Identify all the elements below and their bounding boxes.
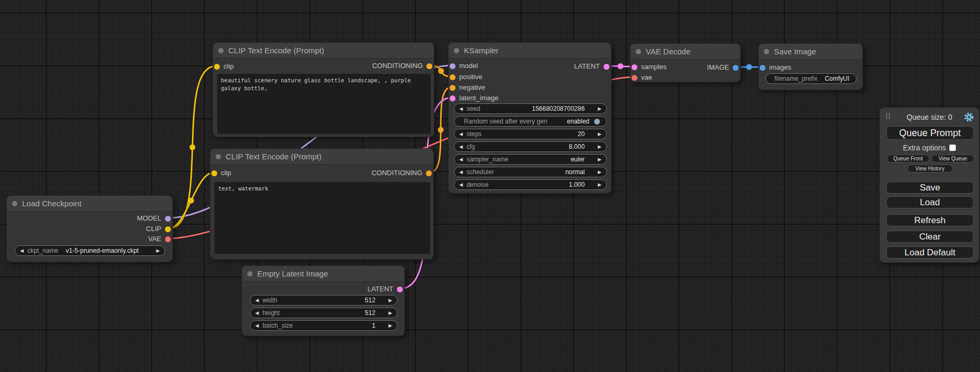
node-load-checkpoint[interactable]: Load Checkpoint MODEL CLIP VAE ◀ ckpt_na…	[6, 195, 173, 262]
output-port-image[interactable]: IMAGE	[707, 64, 739, 71]
input-port-negative[interactable]: negative	[450, 84, 485, 91]
latent-port-dot-icon[interactable]	[632, 64, 637, 70]
node-ksampler[interactable]: KSampler model positive negative latent_…	[448, 42, 612, 194]
collapse-dot-icon[interactable]	[216, 154, 221, 159]
clear-button[interactable]: Clear	[886, 231, 974, 243]
collapse-dot-icon[interactable]	[218, 48, 224, 53]
widget-ckpt-name[interactable]: ◀ ckpt_name v1-5-pruned-emaonly.ckpt ▶	[15, 245, 165, 256]
conditioning-port-dot-icon[interactable]	[450, 85, 455, 91]
output-port-latent[interactable]: LATENT	[367, 285, 403, 293]
save-button[interactable]: Save	[886, 182, 974, 194]
decrement-arrow-icon[interactable]: ◀	[459, 167, 463, 177]
collapse-dot-icon[interactable]	[12, 201, 17, 206]
view-history-button[interactable]: View History	[907, 165, 953, 173]
collapse-dot-icon[interactable]	[764, 49, 769, 54]
conditioning-port-dot-icon[interactable]	[450, 74, 455, 80]
vae-port-dot-icon[interactable]	[632, 75, 637, 81]
node-title-bar[interactable]: VAE Decode	[630, 44, 740, 60]
clip-port-dot-icon[interactable]	[211, 170, 217, 176]
node-title-bar[interactable]: Empty Latent Image	[242, 266, 404, 282]
widget-width[interactable]: ◀ width 512 ▶	[250, 295, 397, 306]
decrement-arrow-icon[interactable]: ◀	[459, 129, 463, 139]
decrement-arrow-icon[interactable]: ◀	[459, 103, 463, 114]
queue-front-button[interactable]: Queue Front	[887, 155, 929, 163]
clip-port-dot-icon[interactable]	[214, 64, 220, 70]
decrement-arrow-icon[interactable]: ◀	[255, 295, 259, 306]
increment-arrow-icon[interactable]: ▶	[598, 154, 601, 165]
refresh-button[interactable]: Refresh	[886, 214, 974, 226]
collapse-dot-icon[interactable]	[636, 49, 641, 54]
widget-random-seed-toggle[interactable]: Random seed after every gen enabled	[454, 116, 607, 127]
prompt-textarea[interactable]: text, watermark	[215, 182, 430, 254]
node-title-bar[interactable]: CLIP Text Encode (Prompt)	[210, 149, 433, 165]
increment-arrow-icon[interactable]: ▶	[389, 295, 392, 306]
input-port-samples[interactable]: samples	[632, 63, 666, 71]
widget-steps[interactable]: ◀ steps 20 ▶	[454, 129, 607, 139]
increment-arrow-icon[interactable]: ▶	[598, 179, 601, 190]
increment-arrow-icon[interactable]: ▶	[598, 103, 601, 114]
input-port-clip[interactable]: clip	[211, 169, 231, 177]
settings-gear-icon[interactable]	[964, 112, 974, 122]
conditioning-port-dot-icon[interactable]	[426, 170, 432, 176]
increment-arrow-icon[interactable]: ▶	[156, 245, 160, 256]
view-queue-button[interactable]: View Queue	[932, 155, 974, 163]
latent-port-dot-icon[interactable]	[397, 287, 403, 292]
input-port-images[interactable]: images	[760, 64, 791, 71]
decrement-arrow-icon[interactable]: ◀	[255, 308, 259, 318]
decrement-arrow-icon[interactable]: ◀	[459, 141, 463, 152]
conditioning-port-dot-icon[interactable]	[426, 63, 432, 69]
widget-height[interactable]: ◀ height 512 ▶	[250, 308, 397, 318]
graph-canvas[interactable]: Load Checkpoint MODEL CLIP VAE ◀ ckpt_na…	[0, 0, 980, 372]
decrement-arrow-icon[interactable]: ◀	[459, 179, 463, 190]
toggle-dot-icon[interactable]	[594, 119, 600, 125]
load-default-button[interactable]: Load Default	[886, 246, 974, 259]
increment-arrow-icon[interactable]: ▶	[389, 320, 392, 331]
node-title-bar[interactable]: Save Image	[759, 44, 862, 60]
node-empty-latent-image[interactable]: Empty Latent Image LATENT ◀ width 512 ▶ …	[241, 265, 405, 336]
output-port-model[interactable]: MODEL	[137, 215, 171, 222]
decrement-arrow-icon[interactable]: ◀	[459, 154, 463, 165]
prompt-textarea[interactable]: beautiful scenery nature glass bottle la…	[217, 74, 431, 134]
output-port-clip[interactable]: CLIP	[146, 225, 171, 233]
increment-arrow-icon[interactable]: ▶	[598, 141, 601, 152]
output-port-latent[interactable]: LATENT	[574, 63, 609, 70]
image-port-dot-icon[interactable]	[760, 65, 765, 71]
node-clip-text-encode-positive[interactable]: CLIP Text Encode (Prompt) clip CONDITION…	[212, 42, 434, 137]
vae-port-dot-icon[interactable]	[165, 236, 171, 242]
collapse-dot-icon[interactable]	[454, 48, 459, 53]
input-port-latent-image[interactable]: latent_image	[450, 94, 498, 102]
node-title-bar[interactable]: CLIP Text Encode (Prompt)	[213, 43, 434, 59]
collapse-dot-icon[interactable]	[247, 271, 253, 276]
node-title-bar[interactable]: Load Checkpoint	[7, 196, 172, 212]
extra-options-checkbox[interactable]	[949, 145, 956, 151]
node-title-bar[interactable]: KSampler	[449, 43, 611, 59]
decrement-arrow-icon[interactable]: ◀	[255, 320, 259, 331]
latent-port-dot-icon[interactable]	[450, 96, 455, 101]
increment-arrow-icon[interactable]: ▶	[598, 129, 601, 139]
output-port-vae[interactable]: VAE	[148, 235, 171, 243]
model-port-dot-icon[interactable]	[165, 216, 171, 222]
widget-denoise[interactable]: ◀ denoise 1.000 ▶	[454, 179, 607, 190]
output-port-conditioning[interactable]: CONDITIONING	[372, 62, 432, 70]
input-port-clip[interactable]: clip	[214, 63, 234, 70]
clip-port-dot-icon[interactable]	[165, 226, 171, 232]
widget-batch-size[interactable]: ◀ batch_size 1 ▶	[250, 320, 397, 331]
widget-filename-prefix[interactable]: filename_prefix ComfyUI	[765, 73, 857, 84]
input-port-positive[interactable]: positive	[450, 73, 482, 81]
input-port-vae[interactable]: vae	[632, 74, 652, 81]
model-port-dot-icon[interactable]	[450, 63, 455, 69]
widget-cfg[interactable]: ◀ cfg 8.000 ▶	[454, 141, 607, 152]
load-button[interactable]: Load	[886, 196, 974, 208]
node-clip-text-encode-negative[interactable]: CLIP Text Encode (Prompt) clip CONDITION…	[210, 148, 434, 260]
widget-sampler-name[interactable]: ◀ sampler_name euler ▶	[454, 154, 607, 165]
node-save-image[interactable]: Save Image images filename_prefix ComfyU…	[758, 43, 863, 90]
widget-scheduler[interactable]: ◀ scheduler normal ▶	[454, 167, 607, 177]
increment-arrow-icon[interactable]: ▶	[389, 308, 392, 318]
output-port-conditioning[interactable]: CONDITIONING	[372, 169, 432, 177]
node-vae-decode[interactable]: VAE Decode samples vae IMAGE	[630, 43, 741, 82]
latent-port-dot-icon[interactable]	[604, 64, 609, 70]
decrement-arrow-icon[interactable]: ◀	[20, 245, 24, 256]
input-port-model[interactable]: model	[450, 62, 478, 70]
increment-arrow-icon[interactable]: ▶	[598, 167, 601, 177]
image-port-dot-icon[interactable]	[733, 65, 739, 71]
